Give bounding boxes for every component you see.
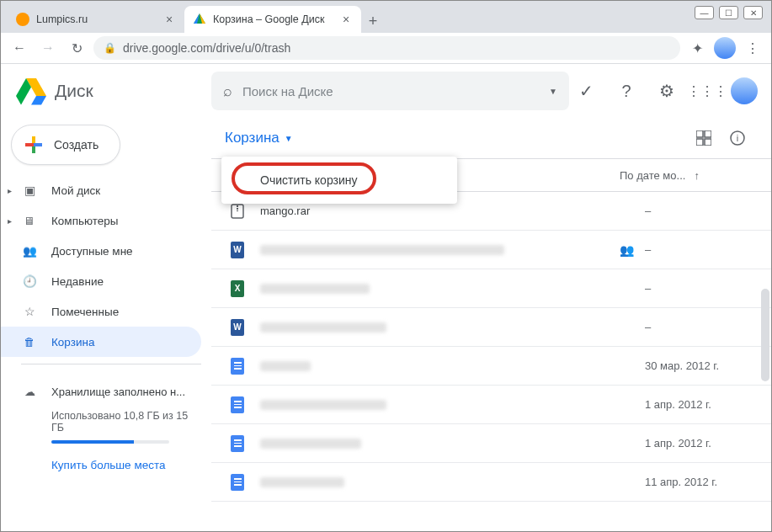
sidebar-item-label: Доступные мне xyxy=(51,245,133,258)
search-icon: ⌕ xyxy=(223,82,232,100)
file-row[interactable]: 30 мар. 2012 г. xyxy=(211,347,771,386)
buy-storage-link[interactable]: Купить больше места xyxy=(51,459,191,471)
sidebar-item-computers[interactable]: ▸🖥Компьютеры xyxy=(1,205,201,236)
file-date: – xyxy=(645,205,754,217)
starred-icon: ☆ xyxy=(21,303,38,320)
storage-heading[interactable]: ☁ Хранилище заполнено н... xyxy=(21,376,191,407)
address-bar-row: ← → ↻ 🔒 drive.google.com/drive/u/0/trash… xyxy=(1,33,771,64)
info-icon: i xyxy=(729,130,746,146)
search-area: ⌕ Поиск на Диске ▼ xyxy=(211,72,569,110)
column-date-label: По дате мо... xyxy=(620,169,685,182)
trash-context-menu: Очистить корзину xyxy=(221,157,457,204)
apps-grid-icon[interactable]: ⋮⋮⋮ xyxy=(690,74,724,108)
sidebar-item-label: Мой диск xyxy=(51,184,100,197)
extensions-button[interactable]: ✦ xyxy=(685,36,709,60)
profile-avatar[interactable] xyxy=(714,37,736,59)
info-button[interactable]: i xyxy=(721,121,754,155)
new-tab-button[interactable]: + xyxy=(361,9,385,33)
sidebar-item-starred[interactable]: ☆Помеченные xyxy=(1,296,201,327)
grid-view-button[interactable] xyxy=(687,121,721,155)
tab-close-icon[interactable]: × xyxy=(339,13,353,26)
settings-icon[interactable]: ⚙ xyxy=(650,74,684,108)
tab-title: Lumpics.ru xyxy=(36,13,157,25)
chevron-down-icon: ▼ xyxy=(285,134,293,143)
storage-head-text: Хранилище заполнено н... xyxy=(51,386,185,398)
create-button[interactable]: Создать xyxy=(11,125,120,165)
window-controls: — ☐ ✕ xyxy=(695,6,763,19)
window-minimize-button[interactable]: — xyxy=(695,6,714,19)
forward-button[interactable]: → xyxy=(36,36,60,60)
file-name xyxy=(260,439,620,449)
storage-used-text: Использовано 10,8 ГБ из 15 ГБ xyxy=(21,407,191,434)
empty-trash-menu-item[interactable]: Очистить корзину xyxy=(221,165,457,195)
file-type-icon: W xyxy=(228,318,247,337)
drive-header: Диск ⌕ Поиск на Диске ▼ ✓ ? ⚙ ⋮⋮⋮ xyxy=(1,64,771,118)
url-text: drive.google.com/drive/u/0/trash xyxy=(123,41,290,55)
window-maximize-button[interactable]: ☐ xyxy=(719,6,738,19)
file-date: – xyxy=(645,321,754,333)
tab-lumpics[interactable]: Lumpics.ru × xyxy=(8,6,184,33)
my-drive-icon: ▣ xyxy=(21,182,38,199)
create-label: Создать xyxy=(54,138,98,152)
file-type-icon: X xyxy=(228,279,247,298)
file-name xyxy=(260,477,620,487)
storage-fill xyxy=(51,440,134,444)
file-row[interactable]: 1 апр. 2012 г. xyxy=(211,386,771,424)
address-bar[interactable]: 🔒 drive.google.com/drive/u/0/trash xyxy=(93,36,680,60)
drive-logo-icon xyxy=(16,76,46,106)
tab-title: Корзина – Google Диск xyxy=(213,13,334,25)
svg-rect-9 xyxy=(34,143,42,146)
sidebar-item-label: Корзина xyxy=(51,336,94,348)
expand-caret-icon[interactable]: ▸ xyxy=(8,216,12,226)
svg-rect-11 xyxy=(705,130,711,137)
sort-arrow-icon: ↑ xyxy=(694,169,700,182)
file-name xyxy=(260,284,620,294)
file-date: 30 мар. 2012 г. xyxy=(645,359,754,372)
search-box[interactable]: ⌕ Поиск на Диске ▼ xyxy=(211,72,569,110)
file-row[interactable]: W– xyxy=(211,308,771,347)
file-date: 1 апр. 2012 г. xyxy=(645,437,754,450)
sidebar-item-my-drive[interactable]: ▸▣Мой диск xyxy=(1,175,201,205)
column-date[interactable]: По дате мо... ↑ xyxy=(620,169,754,182)
file-type-icon xyxy=(228,396,247,414)
breadcrumb-trash[interactable]: Корзина ▼ xyxy=(225,130,293,146)
browser-menu-button[interactable]: ⋮ xyxy=(741,36,764,60)
file-type-icon xyxy=(228,473,247,492)
expand-caret-icon[interactable]: ▸ xyxy=(8,186,12,195)
file-row[interactable]: W👥– xyxy=(211,231,771,269)
account-avatar[interactable] xyxy=(731,77,758,104)
file-row[interactable]: 1 апр. 2012 г. xyxy=(211,424,771,463)
tab-drive-trash[interactable]: Корзина – Google Диск × xyxy=(184,6,361,33)
file-list: mango.rar–W👥–X–W–30 мар. 2012 г.1 апр. 2… xyxy=(211,192,771,502)
shared-icon: 👥 xyxy=(21,242,38,259)
lock-icon: 🔒 xyxy=(104,42,116,54)
file-row[interactable]: 11 апр. 2012 г. xyxy=(211,463,771,502)
trash-icon: 🗑 xyxy=(21,333,38,350)
search-dropdown-icon[interactable]: ▼ xyxy=(549,87,557,96)
sidebar-item-trash[interactable]: 🗑Корзина xyxy=(1,327,201,357)
reload-button[interactable]: ↻ xyxy=(65,36,88,60)
file-name xyxy=(260,322,620,332)
sidebar-item-label: Помеченные xyxy=(51,306,119,318)
file-row[interactable]: X– xyxy=(211,269,771,308)
file-name xyxy=(260,361,620,371)
file-name xyxy=(260,245,620,255)
svg-rect-13 xyxy=(705,139,711,146)
ready-offline-icon[interactable]: ✓ xyxy=(569,74,603,108)
back-button[interactable]: ← xyxy=(8,36,31,60)
window-close-button[interactable]: ✕ xyxy=(743,6,763,19)
help-icon[interactable]: ? xyxy=(610,74,643,108)
scrollbar-thumb[interactable] xyxy=(761,289,769,381)
storage-bar xyxy=(51,440,169,444)
file-date: 11 апр. 2012 г. xyxy=(645,476,754,488)
file-date: – xyxy=(645,243,754,256)
header-actions: ✓ ? ⚙ ⋮⋮⋮ xyxy=(569,74,771,108)
file-type-icon xyxy=(228,434,247,453)
tab-favicon xyxy=(16,13,29,26)
sidebar-item-shared[interactable]: 👥Доступные мне xyxy=(1,236,201,266)
scrollbar[interactable] xyxy=(759,289,771,493)
sidebar-item-recent[interactable]: 🕘Недавние xyxy=(1,266,201,296)
tab-close-icon[interactable]: × xyxy=(162,13,176,26)
file-date: 1 апр. 2012 г. xyxy=(645,398,754,411)
logo-area[interactable]: Диск xyxy=(1,76,211,106)
